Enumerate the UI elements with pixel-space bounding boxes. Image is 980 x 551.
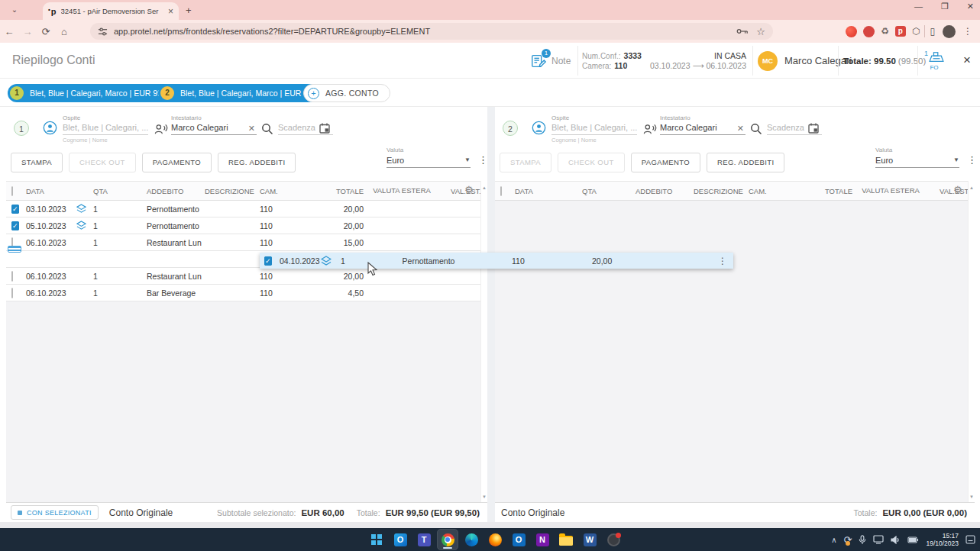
scroll-up-icon[interactable]: ▲: [969, 185, 974, 190]
calendar-icon[interactable]: [319, 123, 330, 134]
col-cam[interactable]: CAM.: [749, 187, 793, 195]
taskbar-edge[interactable]: [461, 530, 481, 549]
col-data[interactable]: DATA: [26, 187, 76, 195]
app-close-icon[interactable]: ×: [963, 53, 971, 68]
bookmark-star-icon[interactable]: ☆: [756, 26, 765, 37]
table-settings-gear-icon[interactable]: ⚙: [953, 184, 962, 195]
table-row[interactable]: 05.10.2023 1 Pernottamento 110 20,00: [6, 218, 481, 234]
browser-tab[interactable]: p 32451 - pAir Demoversion Ser ×: [43, 2, 179, 20]
col-qta[interactable]: QTA: [582, 187, 636, 195]
add-account-button[interactable]: + AGG. CONTO: [303, 84, 390, 102]
scroll-down-icon[interactable]: ▼: [969, 495, 974, 499]
row-checkbox[interactable]: [11, 288, 13, 298]
tray-chevron-up-icon[interactable]: ∧: [831, 536, 836, 544]
dragged-row-checkbox[interactable]: [264, 256, 272, 266]
address-bar[interactable]: app.protel.net/pms/frontdesk/reservation…: [90, 23, 773, 40]
stampa-button[interactable]: STAMPA: [500, 153, 551, 172]
valuta-select[interactable]: Valuta Euro▼: [875, 147, 959, 168]
tray-battery-icon[interactable]: [907, 536, 919, 543]
table-row[interactable]: 06.10.2023 1 Restaurant Lun 110 15,00: [6, 234, 481, 251]
account-tab-1[interactable]: 1 Blet, Blue | Calegari, Marco | EUR 99,…: [8, 84, 184, 102]
valuta-select[interactable]: Valuta Euro▼: [387, 147, 471, 168]
col-valuta-estera[interactable]: VALUTA ESTERA: [852, 187, 929, 195]
forward-button[interactable]: →: [18, 26, 37, 37]
col-valuta-estera[interactable]: VALUTA ESTERA: [364, 187, 440, 195]
tray-speaker-icon[interactable]: [891, 536, 901, 544]
start-button[interactable]: [367, 530, 387, 549]
reg-addebiti-button[interactable]: REG. ADDEBITI: [707, 153, 784, 172]
search-icon[interactable]: [261, 123, 273, 135]
ospite-field[interactable]: Ospite Blet, Blue | Calegari, ... Cognom…: [551, 114, 637, 143]
table-row[interactable]: 03.10.2023 1 Pernottamento 110 20,00: [6, 201, 481, 218]
extension-adblock-icon[interactable]: [863, 26, 875, 37]
scroll-up-icon[interactable]: ▲: [482, 185, 487, 190]
clear-intestatario-icon[interactable]: ✕: [737, 124, 744, 134]
taskbar-firefox[interactable]: [485, 530, 505, 549]
intestatario-field[interactable]: Intestatario Marco Calegari ✕: [660, 114, 746, 135]
row-checkbox[interactable]: [11, 221, 19, 230]
tab-search-chevron-icon[interactable]: ⌄: [8, 4, 21, 16]
stampa-button[interactable]: STAMPA: [11, 153, 63, 172]
col-qta[interactable]: QTA: [93, 187, 147, 195]
extension-recycle-icon[interactable]: ♻: [881, 26, 889, 37]
password-key-icon[interactable]: [736, 27, 749, 35]
taskbar-onenote[interactable]: N: [532, 530, 552, 549]
con-selezionati-button[interactable]: CON SELEZIONATI: [11, 505, 99, 520]
taskbar-file-explorer[interactable]: [556, 530, 576, 549]
home-button[interactable]: ⌂: [55, 26, 73, 37]
table-row[interactable]: 06.10.2023 1 Bar Beverage 110 4,50: [6, 285, 481, 301]
site-settings-icon[interactable]: [98, 27, 108, 37]
note-button[interactable]: 1 Note: [530, 43, 571, 79]
extension-opera-icon[interactable]: [846, 26, 857, 37]
search-icon[interactable]: [750, 123, 762, 135]
panel-2-menu-kebab-icon[interactable]: ⋮: [967, 154, 977, 166]
checkout-button[interactable]: CHECK OUT: [558, 153, 625, 172]
taskbar-teams[interactable]: T: [414, 530, 434, 549]
pagamento-button[interactable]: PAGAMENTO: [631, 153, 700, 172]
taskbar-word[interactable]: W: [580, 530, 600, 549]
window-restore-button[interactable]: ❐: [941, 2, 949, 11]
taskbar-outlook-classic[interactable]: O: [509, 530, 529, 549]
col-addebito[interactable]: ADDEBITO: [147, 187, 205, 195]
col-data[interactable]: DATA: [515, 187, 565, 195]
col-val-est[interactable]: VAL.EST.: [929, 187, 970, 195]
col-addebito[interactable]: ADDEBITO: [636, 187, 694, 195]
table-scrollbar[interactable]: ▲▼: [480, 181, 487, 502]
tray-sync-icon[interactable]: ⟳: [844, 534, 852, 546]
browser-menu-kebab-icon[interactable]: ⋮: [963, 26, 972, 37]
cash-register-button[interactable]: 1 FO: [924, 43, 944, 79]
new-tab-button[interactable]: +: [186, 5, 192, 16]
extension-protel-icon[interactable]: p: [895, 26, 906, 37]
taskbar-clock[interactable]: 15:17 19/10/2023: [926, 532, 959, 547]
extensions-puzzle-icon[interactable]: ⬡: [912, 26, 920, 37]
reg-addebiti-button[interactable]: REG. ADDEBITI: [218, 153, 296, 172]
checkout-button[interactable]: CHECK OUT: [69, 153, 136, 172]
taskbar-outlook-new[interactable]: O: [390, 530, 410, 549]
reload-button[interactable]: ⟳: [37, 26, 55, 37]
tray-microphone-icon[interactable]: [859, 535, 866, 545]
back-button[interactable]: ←: [0, 26, 18, 37]
tray-display-icon[interactable]: [873, 535, 884, 544]
window-close-button[interactable]: ✕: [967, 2, 974, 11]
calendar-icon[interactable]: [808, 123, 819, 134]
url-text[interactable]: app.protel.net/pms/frontdesk/reservation…: [114, 27, 729, 36]
pagamento-button[interactable]: PAGAMENTO: [142, 153, 212, 172]
col-val-est[interactable]: VAL.EST.: [440, 187, 481, 195]
select-all-checkbox[interactable]: [11, 186, 13, 196]
window-minimize-button[interactable]: —: [914, 2, 923, 11]
scroll-down-icon[interactable]: ▼: [482, 495, 487, 499]
col-descrizione[interactable]: DESCRIZIONE: [205, 187, 260, 195]
browser-profile-avatar[interactable]: [943, 25, 956, 38]
ospite-field[interactable]: Ospite Blet, Blue | Calegari, ... Cognom…: [63, 114, 148, 143]
clear-intestatario-icon[interactable]: ✕: [248, 124, 255, 134]
row-checkbox[interactable]: [11, 205, 19, 214]
table-row[interactable]: 06.10.2023 1 Restaurant Lun 110 20,00: [6, 268, 481, 285]
row-checkbox[interactable]: [11, 271, 13, 282]
tab-close-icon[interactable]: ×: [168, 6, 173, 17]
select-all-checkbox[interactable]: [500, 186, 502, 196]
col-totale[interactable]: TOTALE: [304, 187, 364, 195]
table-scrollbar[interactable]: ▲▼: [968, 181, 975, 502]
col-totale[interactable]: TOTALE: [793, 187, 852, 195]
table-settings-gear-icon[interactable]: ⚙: [464, 184, 474, 195]
notification-center-icon[interactable]: [965, 535, 975, 544]
